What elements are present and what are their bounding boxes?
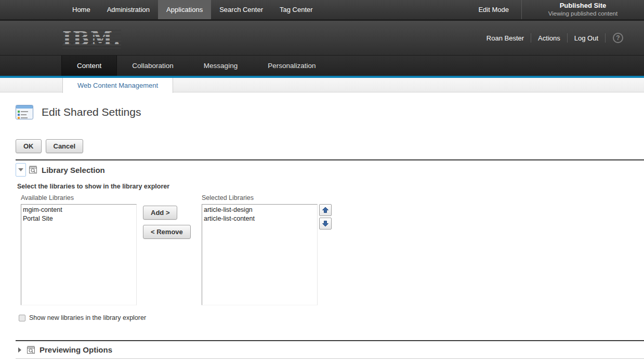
transfer-buttons: Add > < Remove	[137, 194, 202, 305]
move-down-button[interactable]	[319, 218, 332, 230]
user-menu[interactable]: Roan Bester	[480, 34, 531, 42]
library-picker: Available Libraries mgim-content Portal …	[21, 194, 644, 305]
tab-messaging[interactable]: Messaging	[189, 56, 253, 76]
form-actions: OK Cancel	[16, 139, 83, 153]
available-column: Available Libraries mgim-content Portal …	[21, 194, 137, 305]
list-item[interactable]: Portal Site	[23, 214, 135, 223]
collapse-toggle-button[interactable]	[16, 163, 26, 177]
previewing-options-section: Previewing Options	[16, 340, 644, 359]
section-magnifier-icon	[27, 346, 35, 354]
topnav-item-home[interactable]: Home	[64, 0, 99, 19]
checkbox-label: Show new libraries in the library explor…	[29, 314, 146, 321]
site-subtitle: Viewing published content	[548, 10, 617, 17]
page-heading: Edit Shared Settings	[16, 105, 141, 119]
help-icon[interactable]: ?	[613, 33, 623, 43]
ok-button[interactable]: OK	[16, 139, 42, 153]
list-item[interactable]: article-list-content	[204, 214, 316, 223]
page-root: Home Administration Applications Search …	[0, 0, 644, 364]
list-item[interactable]: mgim-content	[23, 206, 135, 214]
actions-menu[interactable]: Actions	[531, 34, 567, 42]
subtab-web-content-management[interactable]: Web Content Management	[62, 78, 173, 93]
top-nav: Home Administration Applications Search …	[64, 0, 321, 19]
chevron-down-icon	[18, 168, 23, 171]
top-navigation-bar: Home Administration Applications Search …	[0, 0, 644, 19]
topnav-item-search-center[interactable]: Search Center	[211, 0, 271, 19]
previewing-options-header[interactable]: Previewing Options	[16, 341, 644, 359]
list-item[interactable]: article-list-design	[204, 206, 316, 214]
ibm-logo: IBM.	[62, 28, 121, 48]
topnav-item-applications[interactable]: Applications	[158, 0, 211, 19]
section-title: Library Selection	[42, 166, 105, 174]
topbar-right: Edit Mode Published Site Viewing publish…	[466, 0, 644, 19]
move-up-button[interactable]	[319, 204, 332, 216]
main-tabs: Content Collaboration Messaging Personal…	[61, 56, 331, 76]
arrow-up-icon	[322, 207, 329, 213]
divider	[605, 33, 606, 43]
site-switcher[interactable]: Published Site Viewing published content	[521, 0, 644, 19]
shared-settings-icon	[16, 105, 33, 119]
tab-personalization[interactable]: Personalization	[253, 56, 331, 76]
page-title: Edit Shared Settings	[42, 106, 141, 118]
instruction-text: Select the libraries to show in the libr…	[17, 183, 644, 190]
selected-column: Selected Libraries article-list-design a…	[202, 194, 318, 305]
arrow-down-icon	[322, 220, 329, 227]
site-title: Published Site	[560, 2, 607, 10]
brand-banner: IBM. Roan Bester Actions Log Out ?	[0, 21, 644, 55]
available-libraries-listbox[interactable]: mgim-content Portal Site	[21, 204, 137, 305]
banner-links: Roan Bester Actions Log Out ?	[480, 33, 623, 43]
add-button[interactable]: Add >	[143, 206, 177, 220]
section-magnifier-icon	[29, 166, 37, 174]
cancel-button[interactable]: Cancel	[46, 139, 84, 153]
edit-mode-button[interactable]: Edit Mode	[466, 0, 521, 19]
show-new-libraries-checkbox[interactable]	[19, 315, 25, 321]
topnav-item-administration[interactable]: Administration	[99, 0, 158, 19]
topnav-item-tag-center[interactable]: Tag Center	[271, 0, 321, 19]
chevron-right-icon	[18, 347, 21, 353]
available-libraries-label: Available Libraries	[21, 194, 137, 201]
selected-libraries-label: Selected Libraries	[202, 194, 318, 201]
logout-link[interactable]: Log Out	[568, 34, 605, 42]
main-tab-bar: Content Collaboration Messaging Personal…	[0, 55, 644, 76]
reorder-buttons	[319, 194, 332, 305]
tab-content[interactable]: Content	[61, 56, 117, 76]
selected-libraries-listbox[interactable]: article-list-design article-list-content	[202, 204, 318, 305]
remove-button[interactable]: < Remove	[143, 225, 191, 239]
library-selection-section: Library Selection Select the libraries t…	[16, 159, 644, 321]
tab-collaboration[interactable]: Collaboration	[117, 56, 189, 76]
sub-tab-row: Web Content Management	[0, 78, 644, 92]
section-title: Previewing Options	[40, 345, 112, 354]
show-new-libraries-row[interactable]: Show new libraries in the library explor…	[19, 314, 644, 321]
library-selection-header[interactable]: Library Selection	[16, 160, 644, 177]
